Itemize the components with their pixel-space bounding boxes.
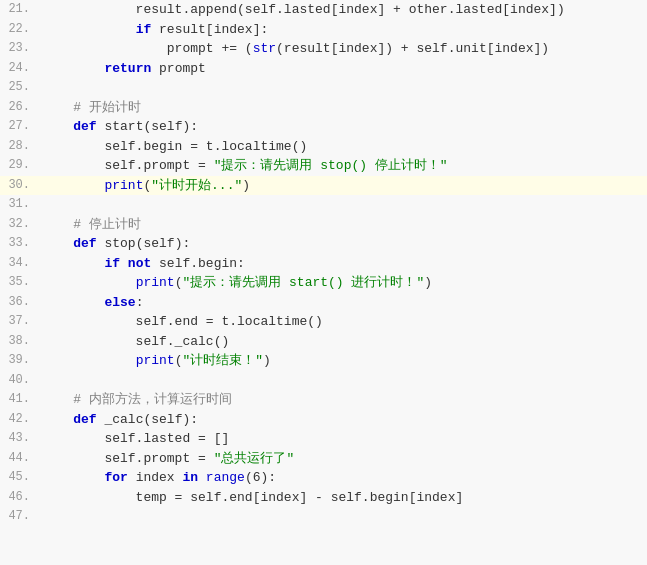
- line-number: 35.: [0, 273, 38, 291]
- line-number: 40.: [0, 371, 38, 389]
- line-number: 22.: [0, 20, 38, 38]
- line-content: [38, 195, 647, 215]
- line-number: 33.: [0, 234, 38, 252]
- line-number: 45.: [0, 468, 38, 486]
- line-content: self.prompt = "总共运行了": [38, 449, 647, 469]
- table-row: 35. print("提示：请先调用 start() 进行计时！"): [0, 273, 647, 293]
- table-row: 43. self.lasted = []: [0, 429, 647, 449]
- line-content: [38, 78, 647, 98]
- line-number: 24.: [0, 59, 38, 77]
- line-number: 47.: [0, 507, 38, 525]
- line-content: [38, 507, 647, 527]
- line-content: # 停止计时: [38, 215, 647, 235]
- table-row: 24. return prompt: [0, 59, 647, 79]
- line-number: 21.: [0, 0, 38, 18]
- table-row: 44. self.prompt = "总共运行了": [0, 449, 647, 469]
- code-container: 21. result.append(self.lasted[index] + o…: [0, 0, 647, 565]
- table-row: 23. prompt += (str(result[index]) + self…: [0, 39, 647, 59]
- line-content: print("计时结束！"): [38, 351, 647, 371]
- table-row: 34. if not self.begin:: [0, 254, 647, 274]
- line-number: 37.: [0, 312, 38, 330]
- line-number: 46.: [0, 488, 38, 506]
- table-row: 47.: [0, 507, 647, 527]
- table-row: 41. # 内部方法，计算运行时间: [0, 390, 647, 410]
- line-content: prompt += (str(result[index]) + self.uni…: [38, 39, 647, 59]
- line-number: 41.: [0, 390, 38, 408]
- line-content: def stop(self):: [38, 234, 647, 254]
- line-content: temp = self.end[index] - self.begin[inde…: [38, 488, 647, 508]
- table-row: 30. print("计时开始..."): [0, 176, 647, 196]
- line-number: 28.: [0, 137, 38, 155]
- line-content: def _calc(self):: [38, 410, 647, 430]
- table-row: 31.: [0, 195, 647, 215]
- line-content: if not self.begin:: [38, 254, 647, 274]
- table-row: 26. # 开始计时: [0, 98, 647, 118]
- line-content: self._calc(): [38, 332, 647, 352]
- table-row: 36. else:: [0, 293, 647, 313]
- table-row: 40.: [0, 371, 647, 391]
- line-number: 29.: [0, 156, 38, 174]
- line-number: 36.: [0, 293, 38, 311]
- line-content: self.lasted = []: [38, 429, 647, 449]
- line-content: def start(self):: [38, 117, 647, 137]
- table-row: 33. def stop(self):: [0, 234, 647, 254]
- line-number: 31.: [0, 195, 38, 213]
- line-number: 32.: [0, 215, 38, 233]
- code-lines: 21. result.append(self.lasted[index] + o…: [0, 0, 647, 527]
- line-content: # 开始计时: [38, 98, 647, 118]
- line-content: for index in range(6):: [38, 468, 647, 488]
- table-row: 42. def _calc(self):: [0, 410, 647, 430]
- table-row: 38. self._calc(): [0, 332, 647, 352]
- table-row: 32. # 停止计时: [0, 215, 647, 235]
- line-number: 43.: [0, 429, 38, 447]
- line-content: self.end = t.localtime(): [38, 312, 647, 332]
- line-content: self.prompt = "提示：请先调用 stop() 停止计时！": [38, 156, 647, 176]
- line-number: 44.: [0, 449, 38, 467]
- table-row: 27. def start(self):: [0, 117, 647, 137]
- line-number: 25.: [0, 78, 38, 96]
- line-number: 26.: [0, 98, 38, 116]
- table-row: 21. result.append(self.lasted[index] + o…: [0, 0, 647, 20]
- table-row: 39. print("计时结束！"): [0, 351, 647, 371]
- line-content: result.append(self.lasted[index] + other…: [38, 0, 647, 20]
- line-content: print("计时开始..."): [38, 176, 647, 196]
- line-number: 23.: [0, 39, 38, 57]
- line-content: if result[index]:: [38, 20, 647, 40]
- line-content: [38, 371, 647, 391]
- line-number: 42.: [0, 410, 38, 428]
- line-content: # 内部方法，计算运行时间: [38, 390, 647, 410]
- table-row: 45. for index in range(6):: [0, 468, 647, 488]
- line-content: self.begin = t.localtime(): [38, 137, 647, 157]
- line-content: return prompt: [38, 59, 647, 79]
- line-content: print("提示：请先调用 start() 进行计时！"): [38, 273, 647, 293]
- line-number: 30.: [0, 176, 38, 194]
- line-number: 27.: [0, 117, 38, 135]
- table-row: 29. self.prompt = "提示：请先调用 stop() 停止计时！": [0, 156, 647, 176]
- table-row: 46. temp = self.end[index] - self.begin[…: [0, 488, 647, 508]
- line-content: else:: [38, 293, 647, 313]
- table-row: 28. self.begin = t.localtime(): [0, 137, 647, 157]
- table-row: 22. if result[index]:: [0, 20, 647, 40]
- line-number: 39.: [0, 351, 38, 369]
- table-row: 37. self.end = t.localtime(): [0, 312, 647, 332]
- line-number: 38.: [0, 332, 38, 350]
- line-number: 34.: [0, 254, 38, 272]
- table-row: 25.: [0, 78, 647, 98]
